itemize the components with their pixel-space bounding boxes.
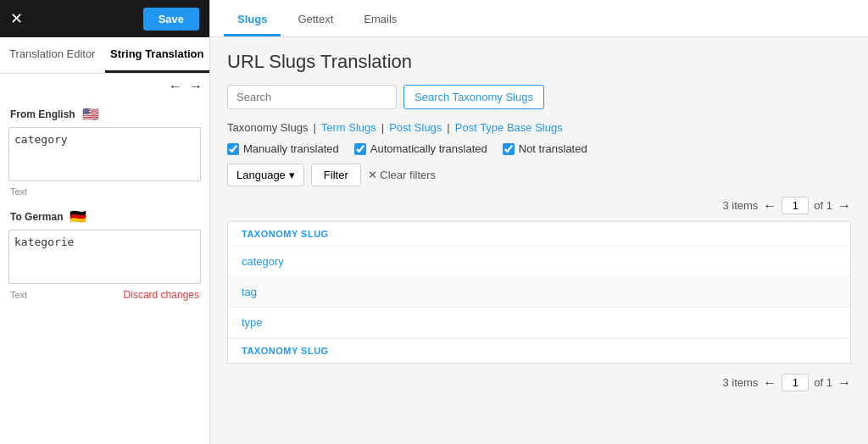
not-translated-checkbox[interactable] [503, 143, 515, 155]
to-field-label: Text [10, 290, 27, 300]
table-header: TAXONOMY SLUG [228, 222, 850, 247]
manually-translated-checkbox[interactable] [227, 143, 239, 155]
sidebar: ✕ Save Translation Editor String Transla… [0, 0, 210, 444]
table-footer: TAXONOMY SLUG [228, 338, 850, 363]
post-slugs-link[interactable]: Post Slugs [389, 121, 442, 134]
search-taxonomy-button[interactable]: Search Taxonomy Slugs [403, 85, 544, 109]
from-field-label: Text [0, 185, 209, 202]
checkbox-filters: Manually translated Automatically transl… [227, 142, 851, 155]
language-dropdown[interactable]: Language ▾ [227, 164, 304, 186]
of-label: of 1 [814, 199, 832, 212]
table-row[interactable]: tag [228, 277, 850, 308]
automatically-translated-label: Automatically translated [370, 142, 487, 155]
clear-filters-button[interactable]: ✕ Clear filters [368, 169, 436, 181]
slugs-table: TAXONOMY SLUG category tag type TAXONOMY… [227, 221, 851, 364]
page-prev-button-bottom[interactable]: ← [763, 375, 776, 391]
main-content-area: URL Slugs Translation Search Taxonomy Sl… [210, 37, 868, 444]
items-count-bottom: 3 items [722, 376, 758, 389]
automatically-translated-checkbox[interactable] [354, 143, 366, 155]
table-row[interactable]: type [228, 308, 850, 338]
tab-gettext[interactable]: Gettext [284, 4, 347, 36]
tab-string-translation[interactable]: String Translation [105, 37, 210, 73]
main-tabs: Slugs Gettext Emails [210, 0, 868, 37]
close-button[interactable]: ✕ [10, 11, 23, 26]
tab-slugs[interactable]: Slugs [224, 4, 281, 36]
filter-links: Taxonomy Slugs | Term Slugs | Post Slugs… [227, 121, 851, 134]
page-title: URL Slugs Translation [227, 51, 851, 73]
sidebar-header: ✕ Save [0, 0, 209, 37]
search-bar: Search Taxonomy Slugs [227, 85, 851, 109]
sidebar-tabs: Translation Editor String Translation [0, 37, 209, 74]
manually-translated-label: Manually translated [243, 142, 339, 155]
tab-translation-editor[interactable]: Translation Editor [0, 37, 105, 73]
search-input[interactable] [227, 85, 397, 109]
from-english-input[interactable] [8, 127, 201, 181]
nav-back-button[interactable]: ← [169, 79, 182, 94]
filter-row: Language ▾ Filter ✕ Clear filters [227, 164, 851, 186]
of-label-bottom: of 1 [814, 376, 832, 389]
taxonomy-slugs-label: Taxonomy Slugs [227, 121, 308, 134]
term-slugs-link[interactable]: Term Slugs [321, 121, 376, 134]
to-german-input[interactable] [8, 230, 201, 284]
to-section-label: To German 🇩🇪 [0, 202, 209, 228]
page-number-input[interactable] [782, 197, 809, 214]
pagination-bottom: 3 items ← of 1 → [227, 374, 851, 391]
from-section-label: From English 🇺🇸 [0, 99, 209, 125]
main-panel: Slugs Gettext Emails URL Slugs Translati… [210, 0, 868, 444]
page-next-button[interactable]: → [837, 198, 851, 214]
page-next-button-bottom[interactable]: → [837, 375, 851, 391]
language-dropdown-label: Language [236, 169, 286, 181]
page-prev-button[interactable]: ← [763, 198, 776, 214]
nav-arrows: ← → [0, 74, 209, 99]
tab-emails[interactable]: Emails [350, 4, 410, 36]
items-count: 3 items [722, 199, 758, 212]
post-type-base-slugs-link[interactable]: Post Type Base Slugs [455, 121, 563, 134]
nav-forward-button[interactable]: → [189, 79, 203, 94]
chevron-down-icon: ▾ [289, 169, 295, 181]
save-button[interactable]: Save [143, 8, 199, 31]
to-field-row: Text Discard changes [0, 287, 209, 304]
discard-changes-link[interactable]: Discard changes [124, 289, 199, 301]
not-translated-label: Not translated [519, 142, 587, 155]
not-translated-checkbox-label[interactable]: Not translated [503, 142, 587, 155]
to-flag: 🇩🇪 [70, 208, 86, 225]
filter-button[interactable]: Filter [311, 164, 361, 186]
manually-translated-checkbox-label[interactable]: Manually translated [227, 142, 339, 155]
table-row[interactable]: category [228, 247, 850, 277]
automatically-translated-checkbox-label[interactable]: Automatically translated [354, 142, 487, 155]
from-flag: 🇺🇸 [82, 106, 99, 122]
page-number-input-bottom[interactable] [782, 374, 809, 391]
pagination-top: 3 items ← of 1 → [227, 197, 851, 214]
